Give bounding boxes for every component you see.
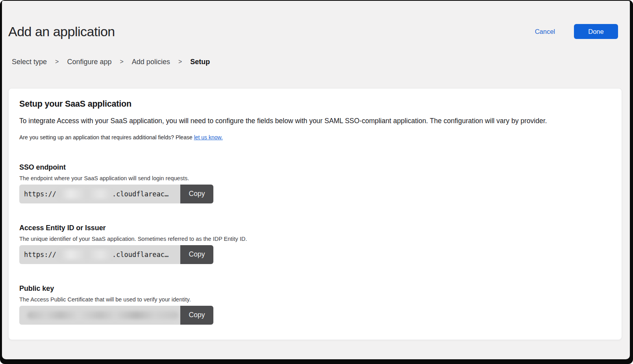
- field-label: SSO endpoint: [19, 163, 609, 172]
- value-prefix: https://: [24, 251, 56, 259]
- page: Add an application Cancel Done Select ty…: [2, 1, 630, 359]
- card-title: Setup your SaaS application: [19, 99, 609, 109]
- screenshot-frame: Add an application Cancel Done Select ty…: [0, 0, 633, 364]
- card-note: Are you setting up an application that r…: [19, 134, 609, 140]
- header-actions: Cancel Done: [533, 24, 618, 39]
- value-prefix: https://: [24, 190, 56, 198]
- field-public-key: Public key The Access Public Certificate…: [19, 285, 609, 325]
- redacted-value: [57, 189, 111, 199]
- field-value-row: https://.cloudflareac… Copy: [19, 185, 213, 203]
- redacted-value: [27, 311, 179, 319]
- field-value-row: Copy: [19, 306, 213, 325]
- breadcrumb-step-configure-app[interactable]: Configure app: [67, 58, 111, 66]
- field-label: Public key: [19, 285, 609, 293]
- breadcrumb-separator: >: [55, 58, 59, 65]
- public-key-value[interactable]: [19, 306, 180, 325]
- breadcrumb-separator: >: [178, 58, 182, 65]
- setup-card: Setup your SaaS application To integrate…: [8, 88, 622, 340]
- field-description: The unique identifier of your SaaS appli…: [19, 236, 609, 242]
- field-label: Access Entity ID or Issuer: [19, 224, 609, 232]
- access-entity-id-value[interactable]: https://.cloudflareac…: [19, 245, 180, 264]
- card-intro: To integrate Access with your SaaS appli…: [19, 117, 609, 126]
- breadcrumb-separator: >: [120, 58, 124, 65]
- card-note-text: Are you setting up an application that r…: [19, 134, 194, 140]
- done-button[interactable]: Done: [574, 24, 618, 39]
- let-us-know-link[interactable]: let us know.: [194, 134, 223, 140]
- field-access-entity-id: Access Entity ID or Issuer The unique id…: [19, 224, 609, 264]
- redacted-value: [57, 250, 111, 259]
- copy-button[interactable]: Copy: [180, 185, 213, 203]
- value-suffix: .cloudflareac…: [112, 251, 168, 259]
- breadcrumb-step-setup: Setup: [190, 58, 210, 66]
- breadcrumb: Select type > Configure app > Add polici…: [12, 58, 630, 66]
- breadcrumb-step-select-type[interactable]: Select type: [12, 58, 47, 66]
- sso-endpoint-value[interactable]: https://.cloudflareac…: [19, 185, 180, 203]
- field-value-row: https://.cloudflareac… Copy: [19, 245, 213, 264]
- page-header: Add an application Cancel Done: [8, 24, 618, 40]
- breadcrumb-step-add-policies[interactable]: Add policies: [132, 58, 170, 66]
- copy-button[interactable]: Copy: [180, 245, 213, 264]
- page-title: Add an application: [8, 24, 115, 40]
- field-description: The Access Public Certificate that will …: [19, 296, 609, 303]
- field-description: The endpoint where your SaaS application…: [19, 175, 609, 181]
- field-sso-endpoint: SSO endpoint The endpoint where your Saa…: [19, 163, 609, 203]
- cancel-button[interactable]: Cancel: [533, 28, 557, 36]
- copy-button[interactable]: Copy: [180, 306, 213, 325]
- value-suffix: .cloudflareac…: [112, 190, 168, 198]
